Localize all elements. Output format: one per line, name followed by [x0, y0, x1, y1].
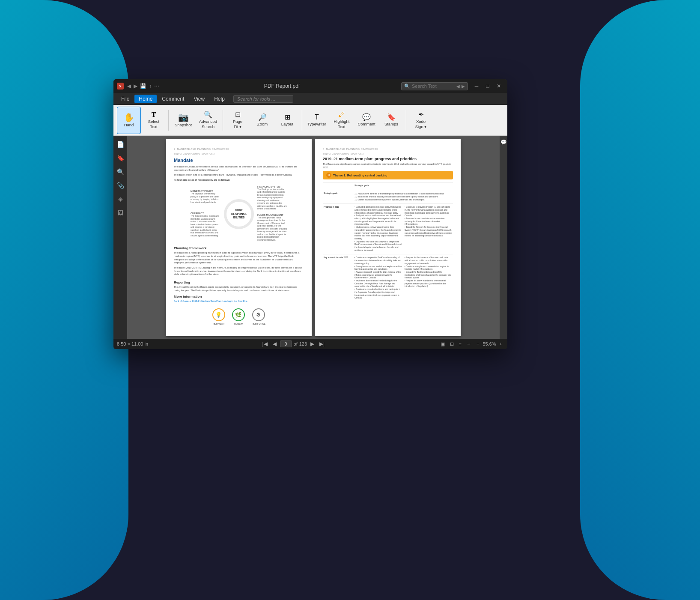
select-text-icon: T [152, 111, 156, 118]
typewriter-icon: T [315, 114, 319, 121]
tool-hand[interactable]: ✋ Hand [117, 107, 141, 134]
more-icon[interactable]: ⋯ [154, 83, 159, 89]
reinforce-label: REINFORCE [252, 322, 265, 325]
close-button[interactable]: ✕ [494, 81, 504, 91]
tool-advanced-search[interactable]: 🔍 AdvancedSearch [196, 107, 220, 134]
search-icon: 🔍 [404, 84, 410, 89]
sidebar-search-icon[interactable]: 🔍 [115, 167, 125, 177]
sidebar-attachment-icon[interactable]: 📎 [115, 180, 125, 191]
zoom-level: 55.6% [483, 341, 496, 346]
zoom-fit-width[interactable]: ↔ [465, 340, 473, 347]
pdf-page-left: 7 MANDATE AND PLANNING FRAMEWORK BANK OF… [166, 139, 312, 336]
right-page-number: 8 MANDATE AND PLANNING FRAMEWORK [323, 148, 453, 150]
prev-page-btn[interactable]: ◀ [271, 340, 278, 348]
planning-text1: The Bank has a robust planning framework… [174, 251, 304, 265]
menu-help[interactable]: Help [210, 95, 229, 103]
hand-icon: ✋ [124, 113, 134, 122]
zoom-out-btn[interactable]: − [475, 340, 481, 347]
maximize-button[interactable]: □ [483, 81, 493, 91]
table-row-progress: Progress in 2019 • Evaluated alternative… [323, 204, 453, 254]
sidebar-image-icon[interactable]: 🖼 [115, 208, 125, 218]
tool-layout[interactable]: ⊞ Layout [275, 107, 299, 134]
reinvent-label: REINVENT [213, 322, 225, 325]
toolbar: ✋ Hand T SelectText 📷 Snapshot 🔍 Advance… [113, 105, 507, 136]
row-focus-col2: • Prepare for the issuance of the next b… [404, 256, 453, 301]
tool-comment[interactable]: 💬 Comment [354, 107, 378, 134]
nav-left-icon[interactable]: ◀ [456, 84, 460, 89]
last-page-btn[interactable]: ▶| [318, 340, 326, 348]
stamps-icon: 🔖 [387, 114, 396, 121]
right-page-title: 2019–21 medium-term plan: progress and p… [323, 157, 453, 161]
tool-snapshot-label: Snapshot [175, 122, 192, 127]
more-info-title: More information [174, 295, 304, 299]
comment-icon: 💬 [362, 114, 371, 121]
title-bar: X ◀ ▶ 💾 ↑ ⋯ PDF Report.pdf 🔍 ◀ ▶ ─ □ ✕ [113, 79, 507, 93]
nav-right-icon[interactable]: ▶ [462, 84, 465, 89]
view-mode-single[interactable]: ▣ [439, 340, 447, 348]
left-core-areas: Its four core areas of responsibility ar… [174, 179, 304, 182]
view-mode-double[interactable]: ⊞ [448, 340, 456, 348]
tool-page-fit[interactable]: ⊡ PageFit ▾ [226, 107, 250, 134]
core-circle: CORERESPONSI-BILITIES [224, 199, 254, 229]
monetary-policy-item: MONETARY POLICY The objective of monetar… [191, 190, 220, 203]
window-title: PDF Report.pdf [163, 83, 401, 89]
back-icon[interactable]: ◀ [127, 83, 131, 89]
th-empty [404, 184, 453, 188]
zoom-in-btn[interactable]: + [498, 340, 504, 347]
circle-reinvent: 💡 REINVENT [212, 308, 225, 325]
title-search-box[interactable]: 🔍 ◀ ▶ [401, 82, 468, 90]
menu-search[interactable]: Search for tools ... [233, 95, 293, 103]
core-diagram: MONETARY POLICY The objective of monetar… [174, 185, 304, 243]
tool-stamps[interactable]: 🔖 Stamps [379, 107, 403, 134]
tool-snapshot[interactable]: 📷 Snapshot [171, 107, 195, 134]
page-input[interactable] [280, 340, 292, 347]
xodo-sign-icon: ✒ [418, 111, 424, 118]
minimize-button[interactable]: ─ [471, 81, 482, 91]
layout-icon: ⊞ [285, 114, 290, 121]
title-search-input[interactable] [412, 84, 455, 89]
page-fit-icon: ⊡ [235, 111, 241, 118]
forward-icon[interactable]: ▶ [134, 83, 137, 89]
tool-typewriter[interactable]: T Typewriter [305, 107, 329, 134]
highlight-icon: 🖊 [338, 111, 345, 118]
content-area: 📄 🔖 🔍 📎 ◈ 🖼 7 MANDATE AND PLANNING FRAME… [113, 136, 507, 339]
reporting-col: Reporting The Annual Report is the Bank'… [174, 278, 304, 305]
menu-file[interactable]: File [117, 95, 134, 103]
reinvent-icon: 💡 [212, 308, 225, 321]
renew-label: RENEW [234, 322, 243, 325]
toolbar-separator-3 [302, 110, 302, 131]
sidebar-layers-icon[interactable]: ◈ [115, 194, 125, 204]
tool-highlight[interactable]: 🖊 HighlightText [330, 107, 354, 134]
th-strategic: Strategic goals [354, 184, 403, 188]
row-strategic-label: Strategic goals [323, 191, 353, 203]
tool-select-text[interactable]: T SelectText [142, 107, 166, 134]
share-icon[interactable]: ↑ [149, 83, 152, 89]
toolbar-icons: ◀ ▶ 💾 ↑ ⋯ [127, 83, 159, 89]
planning-text2: The Bank's 2019-21 MTP, Leading in the N… [174, 266, 304, 276]
table-row-header: Strategic goals [323, 182, 453, 190]
menu-view[interactable]: View [189, 95, 209, 103]
app-icon: X [117, 83, 124, 90]
circles-row: 💡 REINVENT 🌿 RENEW ⚙ REINFORCE [174, 308, 304, 325]
sidebar-page-icon[interactable]: 📄 [115, 139, 125, 149]
view-mode-continuous[interactable]: ≡ [457, 340, 463, 347]
menu-home[interactable]: Home [134, 95, 157, 103]
reporting-section: Reporting The Annual Report is the Bank'… [174, 278, 304, 305]
right-panel-strip: 💬 [500, 136, 507, 339]
next-page-btn[interactable]: ▶ [309, 340, 316, 348]
page-total: 123 [299, 341, 307, 346]
tool-highlight-label: HighlightText [334, 119, 350, 129]
comment-panel-icon[interactable]: 💬 [500, 139, 507, 145]
tool-xodo-sign[interactable]: ✒ XodoSign ▾ [409, 107, 433, 134]
menu-comment[interactable]: Comment [158, 95, 188, 103]
circle-reinforce: ⚙ REINFORCE [252, 308, 265, 325]
row-progress-label: Progress in 2019 [323, 205, 353, 253]
reinforce-icon: ⚙ [252, 308, 265, 321]
save-icon[interactable]: 💾 [140, 83, 146, 89]
left-page-subheader: BANK OF CANADA • ANNUAL REPORT • 2019 [174, 153, 304, 155]
nav-controls: |◀ ◀ of 123 ▶ ▶| [260, 340, 326, 348]
sidebar-bookmark-icon[interactable]: 🔖 [115, 153, 125, 163]
tool-zoom[interactable]: 🔎 Zoom [250, 107, 274, 134]
menu-bar: File Home Comment View Help Search for t… [113, 93, 507, 105]
first-page-btn[interactable]: |◀ [260, 340, 269, 348]
